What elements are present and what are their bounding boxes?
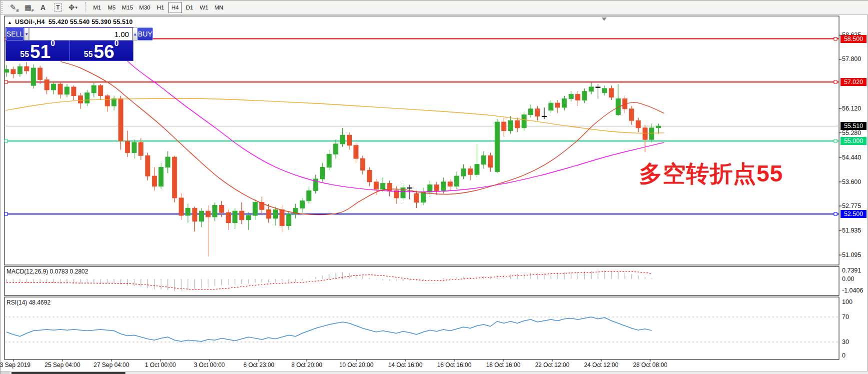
candle-body xyxy=(24,66,29,71)
sell-price[interactable]: 55 51 0 xyxy=(6,40,70,60)
hline-handle-52.5[interactable] xyxy=(834,212,837,216)
candle-body xyxy=(475,164,479,174)
candle-body xyxy=(273,210,278,218)
horizontal-scrollbar[interactable] xyxy=(0,371,868,374)
price-axis-label: 54.440 xyxy=(842,154,861,161)
candle-body xyxy=(233,211,237,222)
date-axis-label: 25 Sep 04:00 xyxy=(44,362,80,368)
trade-panel-price-row: 55 51 0 55 56 0 xyxy=(6,40,133,60)
date-axis-label: 3 Oct 00:00 xyxy=(194,362,225,368)
candle-body xyxy=(589,87,594,92)
chart-text-annotation: 多空转折点55 xyxy=(639,158,783,190)
candle-body xyxy=(246,216,251,220)
candle-body xyxy=(105,96,109,106)
date-axis-label: 27 Sep 04:00 xyxy=(93,362,129,368)
price-axis-label: 56.120 xyxy=(842,105,861,112)
hline-handle-52.5[interactable] xyxy=(4,212,7,216)
candle-body xyxy=(562,98,567,108)
date-axis-label: 16 Oct 16:00 xyxy=(437,362,472,368)
candle-body xyxy=(112,98,116,106)
volume-increase-button[interactable]: ▲ xyxy=(132,28,137,40)
macd-axis-label: 0.00 xyxy=(842,276,854,282)
candle-body xyxy=(253,202,257,216)
candle-body xyxy=(11,70,15,74)
candle-body xyxy=(186,208,190,216)
candle-body xyxy=(502,122,506,131)
candle-body xyxy=(132,142,136,152)
candle-body xyxy=(71,87,76,96)
price-axis-label: 57.800 xyxy=(842,56,861,62)
price-badge-58.500: 58.500 xyxy=(841,35,867,43)
ohlc-readout: 55.420 55.540 55.390 55.510 xyxy=(48,18,133,26)
price-badge-57.020: 57.020 xyxy=(841,78,867,86)
price-axis-label: 51.935 xyxy=(842,227,861,234)
candle-body xyxy=(650,128,654,140)
candle-body xyxy=(360,158,365,170)
rsi-axis-label: 100 xyxy=(842,298,853,306)
candle-body xyxy=(629,109,634,120)
candle-body xyxy=(508,120,513,130)
candle-body xyxy=(38,68,42,80)
scrollbar-corner xyxy=(0,372,9,374)
sell-button[interactable]: SELL xyxy=(6,28,24,40)
candle-body xyxy=(165,157,170,167)
price-axis-label: 51.095 xyxy=(842,252,861,258)
buy-price[interactable]: 55 56 0 xyxy=(70,40,133,60)
buy-button[interactable]: BUY xyxy=(137,28,153,40)
candle-body xyxy=(239,211,244,220)
rsi-axis-label: 0 xyxy=(842,352,846,359)
candle-body xyxy=(529,109,533,115)
candle-body xyxy=(636,120,641,128)
buy-price-big: 56 xyxy=(94,44,114,60)
candle-body xyxy=(367,170,372,182)
candle-body xyxy=(340,135,345,144)
candle-body xyxy=(179,198,183,216)
buy-price-small: 55 xyxy=(84,50,93,60)
date-axis-label: 10 Oct 20:00 xyxy=(339,362,374,368)
candle-body xyxy=(307,190,311,200)
price-axis-label: 53.600 xyxy=(842,178,861,186)
date-axis-label: 18 Oct 16:00 xyxy=(486,362,521,368)
hline-handle-57.02[interactable] xyxy=(834,80,837,84)
sell-price-small: 55 xyxy=(20,50,29,60)
candle-body xyxy=(515,120,520,128)
candle-body xyxy=(266,210,271,218)
macd-axis-label: -1.0406 xyxy=(842,287,863,294)
candle-body xyxy=(206,211,210,217)
candle-body xyxy=(226,212,230,222)
volume-decrease-button[interactable]: ▼ xyxy=(24,28,29,40)
hline-handle-55[interactable] xyxy=(834,140,837,142)
price-badge-55.000: 55.000 xyxy=(841,137,867,145)
candle-body xyxy=(549,103,553,110)
date-axis-label: 28 Oct 08:00 xyxy=(633,362,668,368)
date-axis-label: 6 Oct 23:00 xyxy=(243,362,274,368)
candle-body xyxy=(582,92,587,100)
price-axis-label: 52.775 xyxy=(842,202,861,210)
hline-handle-55[interactable] xyxy=(4,140,7,142)
candle-body xyxy=(408,188,412,188)
candle-body xyxy=(91,86,96,93)
candle-body xyxy=(172,157,177,198)
sell-price-sup: 0 xyxy=(50,40,55,48)
scrollbar-thumb[interactable] xyxy=(11,372,125,374)
hline-handle-57.02[interactable] xyxy=(4,80,7,84)
candle-body xyxy=(139,142,143,156)
hline-handle-58.5[interactable] xyxy=(834,38,837,40)
candle-body xyxy=(448,182,452,186)
candle-body xyxy=(65,87,69,94)
candle-body xyxy=(542,116,547,116)
candle-body xyxy=(192,208,197,221)
candle-body xyxy=(569,94,573,99)
candle-body xyxy=(488,156,493,167)
candle-body xyxy=(58,84,62,94)
candle-body xyxy=(428,185,432,192)
candle-body xyxy=(51,84,56,90)
date-axis-label: 1 Oct 00:00 xyxy=(145,362,176,368)
candle-body xyxy=(347,135,351,145)
macd-axis-label: 0.7391 xyxy=(842,267,861,274)
candle-body xyxy=(145,156,150,176)
candle-body xyxy=(44,80,49,90)
rsi-axis-label: 70 xyxy=(842,314,849,320)
candle-body xyxy=(481,156,486,164)
collapse-panel-icon[interactable]: ▲ xyxy=(7,20,12,25)
